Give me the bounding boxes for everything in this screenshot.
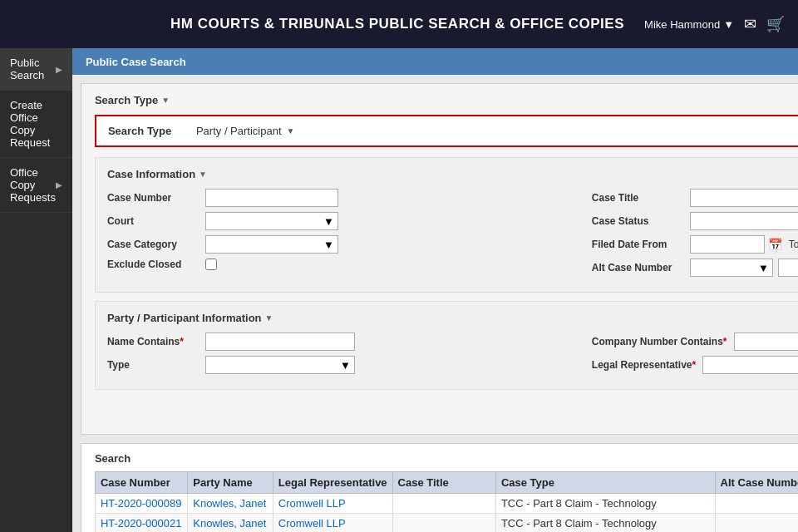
table-cell[interactable]: Cromwell LLP [273,514,392,533]
table-cell [715,514,798,533]
search-btn-row: Search [95,398,798,424]
cal-from-icon[interactable]: 📅 [768,238,782,251]
sidebar-arrow-icon-2: ▶ [56,180,62,190]
case-status-row: Case Status ▼ [592,212,798,230]
header-user: Mike Hammond ▼ ✉ 🛒 [644,15,785,33]
case-title-input[interactable] [690,189,798,207]
name-contains-label: Name Contains [107,336,199,347]
case-info-header: Case Information ▼ [107,168,798,180]
exclude-closed-checkbox[interactable] [205,259,217,270]
results-container: Search Case Number Party Name Legal Repr… [81,443,798,532]
table-cell [715,494,798,514]
table-cell [392,494,495,514]
type-select[interactable]: ▼ [205,356,355,374]
case-info-grid: Case Number Court ▼ [107,189,798,282]
user-dropdown-icon[interactable]: ▼ [723,18,734,31]
table-row[interactable]: HT-2020-000021Knowles, JanetCromwell LLP… [95,514,798,533]
case-category-label: Case Category [107,239,199,250]
filed-date-row: Filed Date From 📅 To 📅 [592,235,798,254]
sidebar-item-create-office-copy[interactable]: Create Office Copy Request [0,91,72,158]
page-title: Public Case Search [86,56,186,68]
search-type-box: Search Type Party / Participant ▼ [95,115,798,147]
name-contains-row: Name Contains [107,332,584,351]
legal-rep-input[interactable] [702,356,798,374]
case-number-row: Case Number [107,189,584,207]
type-dropdown-icon: ▼ [340,359,351,372]
sidebar-arrow-icon: ▶ [56,65,62,74]
messages-icon[interactable]: ✉ [744,15,756,33]
search-type-chevron: ▼ [161,96,170,105]
alt-case-select[interactable]: ▼ [690,259,773,277]
party-section: Party / Participant Information ▼ Name C… [95,301,798,390]
legal-rep-row: Legal Representative [592,356,798,374]
table-cell[interactable]: Knowles, Janet [188,514,273,533]
table-cell: TCC - Part 8 Claim - Technology [495,514,715,533]
results-table: Case Number Party Name Legal Representat… [95,471,798,532]
col-case-number: Case Number [95,472,187,494]
header: HM Courts & Tribunals Public Search & Of… [0,0,798,48]
col-legal-rep: Legal Representative [273,472,392,494]
user-name[interactable]: Mike Hammond ▼ [644,18,734,31]
court-row: Court ▼ [107,212,584,230]
results-table-body: HT-2020-000089Knowles, JanetCromwell LLP… [95,494,798,533]
search-form-container: Search Type ▼ Search Type Party / Partic… [81,83,798,435]
company-number-input[interactable] [734,332,799,351]
case-category-dropdown-icon: ▼ [323,239,334,251]
date-range: 📅 To 📅 [690,235,798,254]
to-label: To [789,239,798,250]
alt-case-dropdown-icon: ▼ [758,262,769,274]
case-number-input[interactable] [205,189,338,207]
col-party-name: Party Name [188,472,273,494]
search-type-select[interactable]: Party / Participant ▼ [196,125,295,137]
alt-case-row: Alt Case Number ▼ [592,259,798,277]
table-row[interactable]: HT-2020-000089Knowles, JanetCromwell LLP… [95,494,798,514]
party-grid: Name Contains Type ▼ [107,332,798,379]
type-row: Type ▼ [107,356,584,374]
col-case-title: Case Title [392,472,495,494]
case-info-chevron: ▼ [199,170,207,179]
sidebar-item-public-search[interactable]: Public Search ▶ [0,48,72,91]
search-type-section-header: Search Type ▼ [95,94,798,106]
page-title-bar: Public Case Search ↗ [72,48,798,75]
table-cell[interactable]: HT-2020-000089 [95,494,187,514]
cart-icon[interactable]: 🛒 [766,15,785,33]
exclude-closed-label: Exclude Closed [107,259,199,270]
search-type-dropdown-icon: ▼ [287,126,295,135]
alt-case-input[interactable] [778,259,798,277]
alt-case-controls: ▼ [690,259,798,277]
company-number-label: Company Number Contains [592,336,727,347]
sidebar: Public Search ▶ Create Office Copy Reque… [0,48,72,532]
col-alt-case-number: Alt Case Number [715,472,798,494]
court-label: Court [107,215,199,227]
case-info-left: Case Number Court ▼ [107,189,592,282]
name-contains-input[interactable] [205,332,355,351]
table-cell[interactable]: Cromwell LLP [273,494,392,514]
legal-rep-label: Legal Representative [592,359,696,371]
party-left: Name Contains Type ▼ [107,332,592,379]
type-label: Type [107,359,199,371]
table-cell: TCC - Part 8 Claim - Technology [495,494,715,514]
party-right: Company Number Contains Legal Representa… [592,332,798,379]
search-type-label: Search Type [108,125,183,137]
exclude-closed-row: Exclude Closed [107,259,584,270]
header-title: HM Courts & Tribunals Public Search & Of… [150,16,644,32]
case-status-label: Case Status [592,215,683,227]
main-content: Public Case Search ↗ Search Type ▼ Searc… [72,48,798,532]
sidebar-item-office-copy-requests[interactable]: Office Copy Requests ▶ [0,158,72,213]
table-cell[interactable]: Knowles, Janet [188,494,273,514]
case-category-row: Case Category ▼ [107,235,584,254]
court-select[interactable]: ▼ [205,212,338,230]
case-info-right: Case Title Case Status ▼ [592,189,798,282]
case-status-select[interactable]: ▼ [690,212,798,230]
case-info-section: Case Information ▼ Case Number Court [95,157,798,293]
results-title: Search [95,452,798,465]
filed-date-from-input[interactable] [690,235,765,254]
table-cell[interactable]: HT-2020-000021 [95,514,187,533]
case-number-label: Case Number [107,192,199,204]
case-category-select[interactable]: ▼ [205,235,338,254]
table-cell [392,514,495,533]
main-layout: Public Search ▶ Create Office Copy Reque… [0,48,798,532]
party-section-header: Party / Participant Information ▼ [107,312,798,324]
case-title-label: Case Title [592,192,683,204]
filed-date-label: Filed Date From [592,239,683,250]
